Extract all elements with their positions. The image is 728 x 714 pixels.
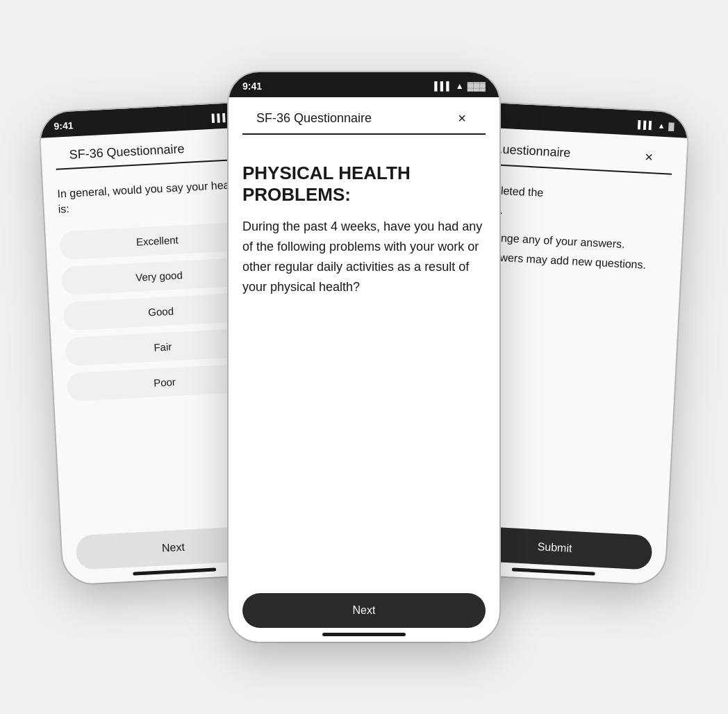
- content-center: PHYSICAL HEALTH PROBLEMS: During the pas…: [229, 135, 499, 642]
- status-bar-center: 9:41 ▌▌▌ ▲ ▓▓▓: [229, 72, 499, 97]
- option-very-good[interactable]: Very good: [61, 257, 257, 296]
- wifi-icon-right: ▲: [657, 122, 665, 131]
- phone-center: 9:41 ▌▌▌ ▲ ▓▓▓ SF-36 Questionnaire × PHY…: [229, 72, 499, 642]
- section-title-center: PHYSICAL HEALTH PROBLEMS:: [242, 163, 486, 206]
- wifi-icon-center: ▲: [456, 81, 464, 91]
- close-button-right[interactable]: ×: [638, 147, 659, 167]
- section-body-center: During the past 4 weeks, have you had an…: [242, 217, 486, 297]
- status-icons-center: ▌▌▌ ▲ ▓▓▓: [434, 81, 486, 91]
- close-button-center[interactable]: ×: [452, 108, 472, 128]
- signal-icon-center: ▌▌▌: [434, 81, 452, 91]
- time-left: 9:41: [53, 119, 74, 131]
- signal-icon-left: ▌▌▌: [212, 113, 229, 122]
- option-excellent[interactable]: Excellent: [59, 222, 255, 260]
- question-text-left: In general, would you say your health is…: [57, 176, 253, 217]
- header-center: SF-36 Questionnaire ×: [242, 97, 486, 135]
- signal-icon-right: ▌▌▌: [638, 120, 654, 129]
- next-button-center[interactable]: Next: [242, 593, 486, 628]
- battery-icon-center: ▓▓▓: [468, 81, 486, 91]
- footer-center: Next: [229, 593, 499, 628]
- home-indicator-center: [322, 633, 406, 636]
- status-icons-right: ▌▌▌ ▲ ▓: [638, 120, 675, 131]
- header-title-center: SF-36 Questionnaire: [256, 111, 372, 126]
- time-center: 9:41: [242, 81, 262, 92]
- completion-text: ...mpleted the naire. ...change any of y…: [472, 181, 671, 274]
- header-title-right: ...uestionnaire: [492, 142, 571, 160]
- battery-icon-right: ▓: [668, 122, 675, 130]
- scene: 9:41 ▌▌▌ ▲ ▓ SF-36 Questionnaire In gene…: [51, 38, 677, 676]
- header-title-left: SF-36 Questionnaire: [69, 142, 185, 163]
